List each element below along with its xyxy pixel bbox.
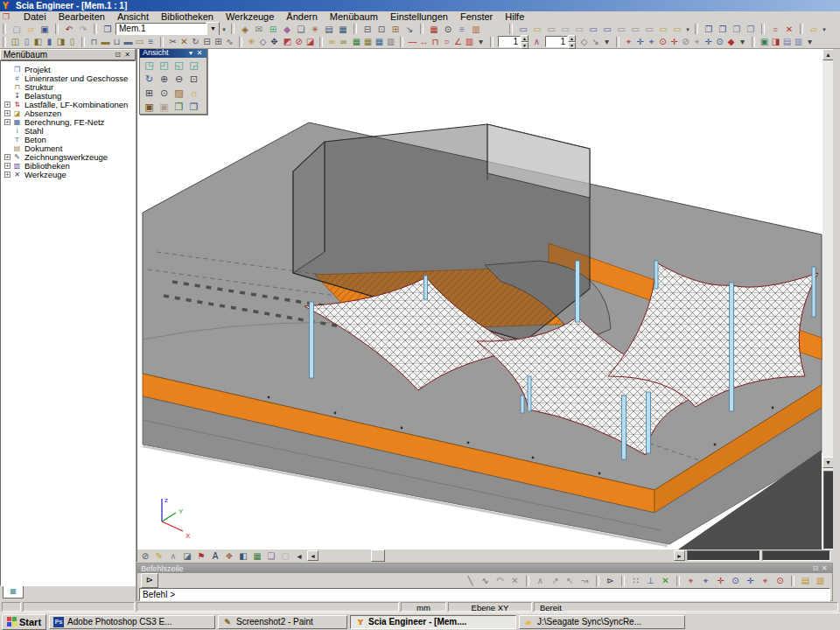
copy-pic-icon[interactable]: ❏ — [294, 24, 308, 35]
render-view-icon[interactable]: ◨ — [770, 36, 781, 48]
pt-2-icon[interactable]: ⌖ — [698, 575, 713, 587]
sidebar-item-dokument[interactable]: ▤Dokument — [4, 144, 135, 152]
redo-icon[interactable]: ↷ — [76, 24, 90, 35]
view-4-icon[interactable]: ▭ — [558, 24, 572, 35]
cursor-snap-icon[interactable]: ⊳ — [603, 575, 618, 587]
beam-5-icon[interactable]: ▭ — [134, 36, 145, 48]
glasses-2-icon[interactable]: ∞ — [338, 36, 349, 48]
edit-5-icon[interactable]: ⊞ — [213, 36, 224, 48]
close-group-2-icon[interactable]: ❒ — [716, 24, 730, 35]
snap-5-icon[interactable]: ✛ — [668, 36, 680, 48]
section-red-icon[interactable]: ⊓ — [430, 36, 441, 48]
expand-icon[interactable]: + — [4, 119, 10, 125]
table-3-icon[interactable]: ▦ — [374, 36, 385, 48]
edit-3-icon[interactable]: ↻ — [190, 36, 201, 48]
view-3-icon[interactable]: ▭ — [544, 24, 558, 35]
sidebar-item-beton[interactable]: TBeton — [4, 135, 135, 144]
chart-red-icon[interactable]: ▥ — [464, 36, 475, 48]
beam-3-icon[interactable]: ⊔ — [111, 36, 122, 48]
sidebar-item-berechnung-fe-netz[interactable]: +▦Berechnung, FE-Netz — [4, 117, 135, 126]
expand-icon[interactable]: + — [4, 102, 10, 108]
search-icon[interactable]: ⊙ — [441, 24, 455, 35]
faded-icon[interactable]: ▢ — [278, 550, 292, 562]
ortho-icon[interactable]: ⊥ — [643, 575, 658, 587]
view-yz-icon[interactable]: ◱ — [172, 59, 186, 71]
pt-3-icon[interactable]: ✛ — [713, 575, 728, 587]
sun-icon[interactable]: ✳ — [246, 36, 257, 48]
more-1-icon[interactable]: ▾ — [220, 24, 228, 35]
col-6-icon[interactable]: ▯ — [66, 36, 78, 48]
snap-9-icon[interactable]: ⊙ — [714, 36, 725, 48]
circle-red-icon[interactable]: ○ — [441, 36, 452, 48]
snap-1-icon[interactable]: ⌖ — [623, 36, 634, 48]
activity-spinner[interactable]: 1 ▲▼ — [498, 36, 528, 47]
taskbar-task-folder[interactable]: ▰J:\Seagate Sync\SyncRe... — [519, 615, 685, 629]
erase-icon[interactable]: ✕ — [508, 575, 522, 587]
document-export-icon[interactable]: ↘ — [402, 24, 416, 35]
more-7-icon[interactable]: ▾ — [804, 36, 816, 48]
menu-werkzeuge[interactable]: Werkzeuge — [220, 11, 280, 23]
beam-4-icon[interactable]: ▬ — [122, 36, 134, 48]
pin-icon[interactable]: ⊡ — [113, 51, 122, 60]
gallery-icon[interactable]: ⊞ — [266, 24, 280, 35]
more-5-icon[interactable]: ▾ — [601, 36, 612, 48]
sidebar-item-struktur[interactable]: ⊓Struktur — [4, 82, 135, 91]
col-4-icon[interactable]: ▮ — [44, 36, 55, 48]
team-project-icon[interactable]: ◈ — [238, 24, 252, 35]
plane-icon[interactable]: ◇ — [257, 36, 269, 48]
edit-2-icon[interactable]: ✕ — [178, 36, 190, 48]
move-icon[interactable]: ✥ — [269, 36, 280, 48]
wheel-icon[interactable]: ✳ — [308, 24, 322, 35]
levels-icon[interactable]: ≡ — [455, 24, 469, 35]
undo-icon[interactable]: ↶ — [62, 24, 76, 35]
sel-3-icon[interactable]: ◪ — [304, 36, 316, 48]
project-data-icon[interactable]: ▤ — [322, 24, 336, 35]
command-input[interactable]: Befehl > — [139, 588, 830, 601]
close-group-1-icon[interactable]: ❒ — [702, 24, 716, 35]
beam-1-icon[interactable]: ⊓ — [88, 36, 100, 48]
send-mail-icon[interactable]: ✉ — [252, 24, 266, 35]
more-3-icon[interactable]: ▾ — [821, 24, 828, 35]
line-icon[interactable]: ╲ — [463, 575, 478, 587]
close-icon[interactable]: ✕ — [820, 564, 829, 572]
more-4-icon[interactable]: ▾ — [475, 36, 486, 48]
window-new-icon[interactable]: ❐ — [186, 101, 201, 113]
flag-icon[interactable]: ⚑ — [194, 550, 208, 562]
save-icon[interactable]: ▣ — [38, 24, 52, 35]
calculator-icon[interactable]: ▦ — [427, 24, 441, 35]
table-4-icon[interactable]: ▥ — [385, 36, 396, 48]
slope-icon[interactable]: ◇ — [578, 36, 590, 48]
vertex-4-icon[interactable]: ↝ — [578, 575, 592, 587]
grid-snap-icon[interactable]: ∷ — [628, 575, 643, 587]
pencil-y-icon[interactable]: ✎ — [152, 550, 166, 562]
snap-4-icon[interactable]: ⊙ — [657, 36, 668, 48]
col-5-icon[interactable]: ◨ — [55, 36, 66, 48]
snap-7-icon[interactable]: ⌖ — [691, 36, 703, 48]
view-10-icon[interactable]: ▭ — [642, 24, 656, 35]
pt-7-icon[interactable]: ⊙ — [773, 575, 788, 587]
project-window-combo[interactable]: Mem.1 ▼ — [116, 22, 220, 36]
sidebar-item-belastung[interactable]: ↧Belastung — [4, 91, 135, 100]
pt-1-icon[interactable]: ⌖ — [683, 575, 698, 587]
zoom-sel-icon[interactable]: ⊙ — [157, 87, 172, 99]
green-x-icon[interactable]: ✕ — [658, 575, 673, 587]
line-red-icon[interactable]: — — [407, 36, 418, 48]
close-group-3-icon[interactable]: ❒ — [730, 24, 744, 35]
project-window-icon[interactable]: ❐ — [101, 24, 115, 35]
menu-bearbeiten[interactable]: Bearbeiten — [52, 11, 111, 23]
folder-new-icon[interactable]: ▱ — [807, 24, 821, 35]
col-2-icon[interactable]: ▯ — [21, 36, 32, 48]
rotate-icon[interactable]: ↻ — [142, 73, 157, 85]
expand-icon[interactable]: + — [4, 154, 10, 160]
abc-icon[interactable]: A — [208, 550, 222, 562]
pin-icon[interactable]: ⊡ — [811, 564, 820, 572]
glasses-1-icon[interactable]: ∞ — [326, 36, 338, 48]
coord-1-icon[interactable]: ▤ — [798, 575, 813, 587]
expand-icon[interactable]: + — [4, 163, 10, 169]
taskbar-task-scia[interactable]: YScia Engineer - [Mem.... — [350, 615, 516, 629]
render-set-icon[interactable]: ▨ — [172, 87, 186, 99]
dim-red-icon[interactable]: ↔ — [418, 36, 430, 48]
taskbar-task-paint[interactable]: ✎Screenshot2 - Paint — [218, 615, 347, 629]
axis-small-icon[interactable]: ∧ — [531, 36, 542, 48]
edit-6-icon[interactable]: ∿ — [224, 36, 235, 48]
